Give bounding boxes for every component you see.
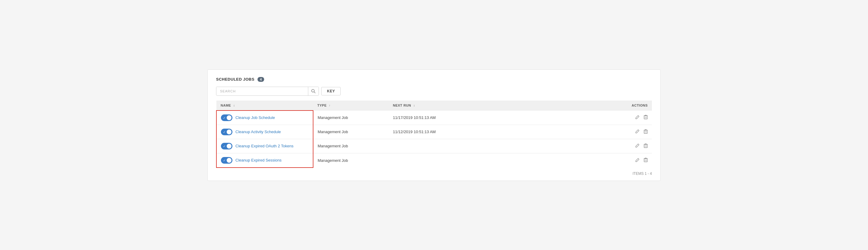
svg-rect-9 — [644, 130, 647, 134]
type-cell: Management Job — [313, 125, 389, 139]
sort-icon-type: ↑ — [329, 104, 331, 107]
actions-cell — [479, 153, 652, 168]
sort-icon-name: ↕ — [233, 104, 235, 107]
delete-icon[interactable] — [644, 157, 648, 163]
svg-rect-16 — [644, 144, 647, 148]
count-badge: 4 — [257, 77, 264, 82]
edit-icon[interactable] — [635, 158, 640, 163]
svg-line-1 — [314, 92, 315, 93]
nextrun-cell — [389, 139, 479, 153]
panel-header: SCHEDULED JOBS 4 — [216, 77, 652, 82]
toggle-switch[interactable]: ✓ — [221, 129, 232, 135]
name-cell-inner: ✓ Cleanup Activity Schedule — [221, 129, 309, 135]
job-name-link[interactable]: Cleanup Expired Sessions — [236, 158, 281, 163]
name-cell-inner: ✓ Cleanup Job Schedule — [221, 114, 309, 121]
sort-icon-nextrun: ↕ — [413, 104, 415, 107]
items-count: ITEMS 1 - 4 — [216, 168, 652, 176]
nextrun-cell: 11/17/2019 10:51:13 AM — [389, 110, 479, 125]
job-name-link[interactable]: Cleanup Expired OAuth 2 Tokens — [236, 144, 293, 148]
edit-icon[interactable] — [635, 129, 640, 134]
type-cell: Management Job — [313, 110, 389, 125]
svg-rect-23 — [644, 158, 647, 162]
toolbar: KEY — [216, 87, 652, 96]
name-cell-inner: ✓ Cleanup Expired OAuth 2 Tokens — [221, 143, 309, 149]
nextrun-cell: 11/12/2019 10:51:13 AM — [389, 125, 479, 139]
toggle-check-icon: ✓ — [223, 158, 225, 162]
col-header-nextrun[interactable]: NEXT RUN ↕ — [389, 101, 479, 110]
delete-icon[interactable] — [644, 129, 648, 135]
jobs-table: NAME ↕ TYPE ↑ NEXT RUN ↕ ACTIONS — [216, 101, 652, 168]
toggle-switch[interactable]: ✓ — [221, 114, 232, 121]
name-cell-2: ✓ Cleanup Expired OAuth 2 Tokens — [216, 139, 313, 153]
table-row: ✓ Cleanup Expired Sessions Management Jo… — [216, 153, 652, 168]
job-name-link[interactable]: Cleanup Activity Schedule — [236, 130, 281, 134]
table-row: ✓ Cleanup Expired OAuth 2 Tokens Managem… — [216, 139, 652, 153]
toggle-switch[interactable]: ✓ — [221, 143, 232, 149]
job-name-link[interactable]: Cleanup Job Schedule — [236, 115, 275, 120]
nextrun-cell — [389, 153, 479, 168]
toggle-check-icon: ✓ — [223, 130, 225, 134]
table-row: ✓ Cleanup Activity Schedule Management J… — [216, 125, 652, 139]
key-button[interactable]: KEY — [321, 87, 341, 96]
name-cell-inner: ✓ Cleanup Expired Sessions — [221, 157, 309, 164]
table-header: NAME ↕ TYPE ↑ NEXT RUN ↕ ACTIONS — [216, 101, 652, 110]
search-wrapper — [216, 87, 319, 96]
search-input[interactable] — [216, 87, 308, 96]
col-header-name[interactable]: NAME ↕ — [216, 101, 313, 110]
col-header-type[interactable]: TYPE ↑ — [313, 101, 389, 110]
type-cell: Management Job — [313, 139, 389, 153]
actions-cell — [479, 139, 652, 153]
svg-rect-2 — [644, 116, 647, 119]
type-cell: Management Job — [313, 153, 389, 168]
edit-icon[interactable] — [635, 115, 640, 120]
actions-cell — [479, 110, 652, 125]
scheduled-jobs-panel: SCHEDULED JOBS 4 KEY NAME ↕ TYPE — [207, 69, 661, 181]
name-cell-1: ✓ Cleanup Activity Schedule — [216, 125, 313, 139]
name-cell-3: ✓ Cleanup Expired Sessions — [216, 153, 313, 168]
table-body: ✓ Cleanup Job Schedule Management Job11/… — [216, 110, 652, 168]
search-icon — [311, 89, 315, 93]
search-button[interactable] — [308, 87, 318, 96]
col-header-actions: ACTIONS — [479, 101, 652, 110]
toggle-check-icon: ✓ — [223, 116, 225, 119]
table-row: ✓ Cleanup Job Schedule Management Job11/… — [216, 110, 652, 125]
panel-title: SCHEDULED JOBS — [216, 77, 254, 81]
name-cell-0: ✓ Cleanup Job Schedule — [216, 110, 313, 125]
toggle-check-icon: ✓ — [223, 144, 225, 148]
delete-icon[interactable] — [644, 143, 648, 149]
delete-icon[interactable] — [644, 115, 648, 120]
toggle-switch[interactable]: ✓ — [221, 157, 232, 164]
actions-cell — [479, 125, 652, 139]
edit-icon[interactable] — [635, 143, 640, 148]
